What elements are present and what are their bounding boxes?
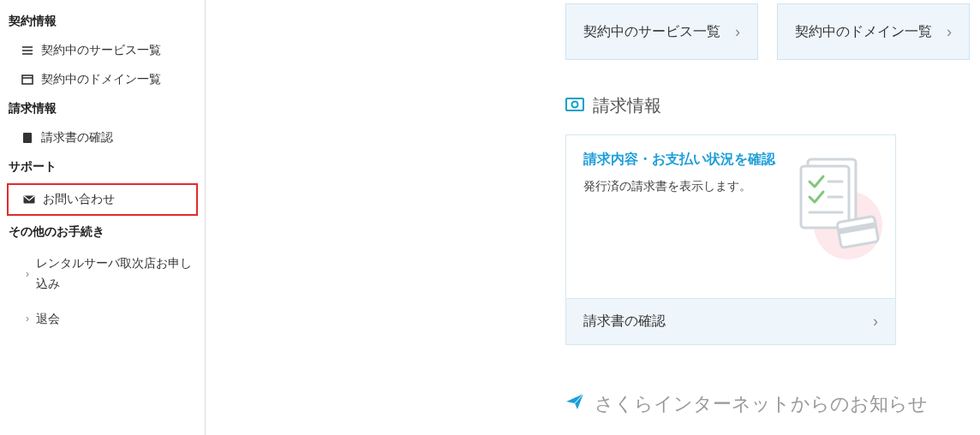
- sidebar-section-contract: 契約情報: [0, 7, 205, 36]
- chevron-right-icon: ›: [26, 265, 29, 284]
- main-content: 契約中のサービス一覧 › 契約中のドメイン一覧 › 請求情報 請求内容・お支払い…: [206, 0, 980, 435]
- svg-rect-3: [22, 75, 33, 84]
- sidebar: 契約情報 契約中のサービス一覧 契約中のドメイン一覧 請求情報 請求書の確認 サ…: [0, 0, 206, 435]
- chevron-right-icon: ›: [735, 23, 740, 41]
- sidebar-item-label: レンタルサーバ取次店お申し込み: [36, 253, 196, 295]
- chevron-right-icon: ›: [873, 313, 878, 331]
- svg-point-8: [572, 102, 578, 108]
- card-services-link[interactable]: 契約中のサービス一覧 ›: [565, 3, 758, 60]
- invoice-illustration-icon: [775, 152, 887, 264]
- chevron-right-icon: ›: [26, 310, 29, 329]
- sidebar-section-other: その他のお手続き: [0, 218, 205, 247]
- sidebar-item-label: 契約中のサービス一覧: [41, 43, 161, 58]
- window-icon: [21, 73, 34, 86]
- sidebar-item-label: 請求書の確認: [41, 130, 113, 146]
- section-title: さくらインターネットからのお知らせ: [595, 391, 928, 417]
- card-footer-label: 請求書の確認: [583, 313, 666, 331]
- card-label: 契約中のドメイン一覧: [795, 23, 932, 41]
- sidebar-item-invoice[interactable]: 請求書の確認: [0, 123, 205, 152]
- list-icon: [21, 44, 34, 57]
- sidebar-item-domains[interactable]: 契約中のドメイン一覧: [0, 65, 205, 94]
- sidebar-item-contact[interactable]: お問い合わせ: [9, 185, 196, 214]
- sidebar-item-services[interactable]: 契約中のサービス一覧: [0, 36, 205, 65]
- sidebar-item-withdraw[interactable]: › 退会: [0, 302, 205, 337]
- envelope-icon: [22, 193, 36, 206]
- money-icon: [565, 96, 584, 116]
- sidebar-highlight: お問い合わせ: [7, 183, 198, 216]
- sidebar-section-support: サポート: [0, 152, 205, 182]
- chevron-right-icon: ›: [947, 23, 952, 41]
- document-icon: [21, 131, 34, 145]
- card-domains-link[interactable]: 契約中のドメイン一覧 ›: [777, 3, 970, 60]
- sidebar-item-label: お問い合わせ: [43, 192, 115, 207]
- paper-plane-icon: [565, 392, 584, 416]
- sidebar-item-rental[interactable]: › レンタルサーバ取次店お申し込み: [0, 247, 205, 302]
- sidebar-item-label: 退会: [36, 309, 60, 330]
- sidebar-item-label: 契約中のドメイン一覧: [41, 72, 161, 87]
- top-link-row: 契約中のサービス一覧 › 契約中のドメイン一覧 ›: [206, 3, 970, 60]
- svg-rect-5: [23, 133, 32, 143]
- billing-card-body: 請求内容・お支払い状況を確認 発行済の請求書を表示します。: [566, 135, 895, 298]
- billing-card-footer-link[interactable]: 請求書の確認 ›: [566, 298, 895, 344]
- billing-card: 請求内容・お支払い状況を確認 発行済の請求書を表示します。: [565, 134, 896, 345]
- section-title: 請求情報: [593, 94, 661, 117]
- svg-rect-7: [566, 98, 583, 110]
- section-billing-header: 請求情報: [565, 94, 980, 117]
- section-news-header: さくらインターネットからのお知らせ: [565, 391, 980, 417]
- card-label: 契約中のサービス一覧: [583, 23, 720, 41]
- sidebar-section-billing: 請求情報: [0, 94, 205, 123]
